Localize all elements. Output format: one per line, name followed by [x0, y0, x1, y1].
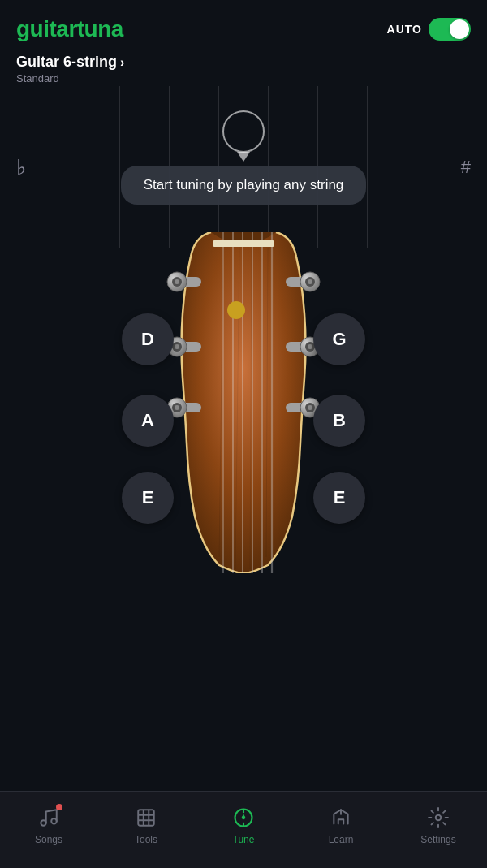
string-button-E-low[interactable]: E	[122, 472, 174, 524]
tuning-tooltip: Start tuning by playing any string	[121, 166, 367, 205]
svg-point-8	[243, 817, 244, 818]
learn-label: Learn	[329, 834, 354, 845]
settings-icon-svg	[428, 807, 449, 828]
tune-icon	[232, 806, 255, 829]
string-button-A[interactable]: A	[122, 395, 174, 447]
nav-item-tools[interactable]: Tools	[114, 806, 179, 845]
tune-icon-svg	[232, 806, 255, 829]
string-button-E-high[interactable]: E	[313, 472, 365, 524]
tuning-tooltip-text: Start tuning by playing any string	[144, 177, 344, 192]
string-button-D[interactable]: D	[122, 313, 174, 365]
songs-notification-dot	[56, 804, 62, 810]
auto-section: AUTO	[387, 18, 471, 41]
tuning-circle	[222, 110, 265, 153]
settings-label: Settings	[420, 834, 455, 845]
settings-icon	[427, 806, 450, 829]
peg-l3-screw	[175, 405, 179, 410]
guitar-section: D A E G B E	[0, 232, 487, 573]
instrument-name-text: Guitar 6-string	[16, 54, 117, 71]
string-line-6	[367, 86, 368, 248]
tune-label: Tune	[233, 834, 255, 845]
auto-toggle[interactable]	[429, 18, 471, 41]
tuner-area: ♭ # Start tuning by playing any string	[0, 86, 487, 248]
svg-point-0	[41, 820, 46, 826]
toggle-knob	[450, 19, 469, 39]
instrument-selector[interactable]: Guitar 6-string › Standard	[0, 50, 487, 86]
svg-rect-2	[138, 810, 154, 826]
peg-l1-screw	[175, 279, 179, 284]
string-button-B[interactable]: B	[313, 395, 365, 447]
logo-tuna: tuna	[77, 16, 123, 41]
learn-icon	[330, 806, 352, 829]
songs-icon	[37, 806, 60, 829]
nav-item-settings[interactable]: Settings	[406, 806, 471, 845]
svg-point-1	[51, 818, 57, 824]
tuning-pointer	[237, 152, 250, 162]
peg-r3-screw	[308, 405, 312, 410]
instrument-name-row[interactable]: Guitar 6-string ›	[16, 54, 471, 71]
header: guitartuna AUTO	[0, 0, 487, 50]
tuning-name: Standard	[16, 72, 471, 84]
string-button-G[interactable]: G	[313, 313, 365, 365]
bottom-navigation: Songs Tools Tune	[0, 791, 487, 868]
tools-icon-svg	[136, 807, 157, 828]
nav-item-songs[interactable]: Songs	[16, 806, 81, 845]
app-logo: guitartuna	[16, 16, 123, 42]
svg-point-11	[436, 815, 442, 821]
peg-r2-screw	[308, 344, 312, 349]
nav-item-tune[interactable]: Tune	[211, 806, 276, 845]
logo-guitar: guitar	[16, 16, 77, 41]
auto-label: AUTO	[387, 23, 422, 36]
tools-label: Tools	[135, 834, 157, 845]
peg-r1-screw	[308, 279, 312, 284]
headstock-container: D A E G B E	[122, 232, 365, 573]
sharp-symbol[interactable]: #	[461, 157, 471, 178]
nav-item-learn[interactable]: Learn	[308, 806, 373, 845]
songs-label: Songs	[35, 834, 62, 845]
nut	[213, 240, 274, 247]
learn-icon-svg	[330, 807, 351, 828]
instrument-chevron: ›	[120, 55, 124, 70]
headstock-svg	[146, 232, 341, 573]
tuning-yellow-dot	[227, 301, 245, 319]
tools-icon	[135, 806, 157, 829]
string-line-1	[119, 86, 120, 248]
peg-l2-screw	[175, 344, 179, 349]
tuning-indicator	[222, 110, 265, 153]
songs-icon-svg	[38, 807, 59, 828]
flat-symbol[interactable]: ♭	[16, 155, 26, 180]
